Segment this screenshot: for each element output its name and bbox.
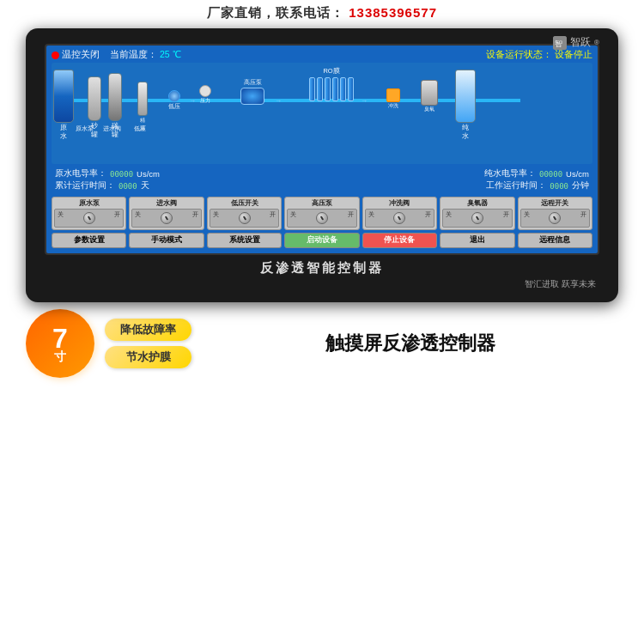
screen: 温控关闭 当前温度： 25 ℃ 设备运行状态： 设备停止 原水 — [45, 44, 599, 255]
knob-remote[interactable] — [549, 212, 561, 224]
brand-name: 智跃 — [570, 35, 591, 50]
data-rows: 原水电导率： 00000 Us/cm 纯水电导率： 00000 Us/cm 累计… — [52, 167, 592, 194]
product-title-area: 触摸屏反渗透控制器 — [202, 309, 618, 378]
btn-remote-info[interactable]: 远程信息 — [518, 233, 592, 248]
pressure-gauge: 压力 — [199, 85, 211, 105]
btn-rawpump[interactable]: 原水泵 关 开 — [52, 197, 126, 230]
knob-highpump[interactable] — [316, 212, 328, 224]
btn-system-settings[interactable]: 系统设置 — [207, 233, 282, 248]
phone-number: 13385396577 — [349, 5, 437, 20]
btn-ozone[interactable]: 臭氧器 关 开 — [440, 197, 514, 230]
size-unit: 寸 — [54, 349, 66, 365]
raw-conductivity: 原水电导率： 00000 Us/cm — [55, 168, 160, 179]
data-row-runtime: 累计运行时间： 0000 天 工作运行时间： 0000 分钟 — [55, 180, 589, 191]
btn-highpump[interactable]: 高压泵 关 开 — [284, 197, 359, 230]
registered-mark: ® — [594, 39, 599, 46]
temp-control: 温控关闭 — [52, 49, 100, 61]
btn-low-pressure[interactable]: 低压开关 关 开 — [207, 197, 282, 230]
btn-param-settings[interactable]: 参数设置 — [52, 233, 126, 248]
temp-control-label: 温控关闭 — [62, 49, 100, 61]
feature-tags: 降低故障率 节水护膜 — [105, 309, 191, 378]
status-bar: 温控关闭 当前温度： 25 ℃ 设备运行状态： 设备停止 — [52, 49, 592, 61]
banner-text: 厂家直销，联系电话： — [207, 5, 344, 20]
knob-flush[interactable] — [393, 212, 405, 224]
ozone-gen: 臭氧 — [421, 80, 438, 113]
product-title: 触摸屏反渗透控制器 — [325, 331, 495, 356]
cumulative-runtime: 累计运行时间： 0000 天 — [55, 180, 149, 191]
tank-rawwater: 原水 — [53, 70, 74, 141]
top-banner: 厂家直销，联系电话： 13385396577 — [0, 0, 644, 25]
ro-membrane: RO膜 — [309, 67, 354, 101]
btn-inlet-valve[interactable]: 进水阀 关 开 — [129, 197, 204, 230]
btn-stop-device[interactable]: 停止设备 — [362, 233, 437, 248]
feature-tag-2: 节水护膜 — [105, 346, 191, 368]
knob-ozone[interactable] — [471, 212, 483, 224]
device-status: 设备运行状态： 设备停止 — [486, 49, 592, 61]
btn-exit[interactable]: 退出 — [440, 233, 514, 248]
btn-remote-switch[interactable]: 远程开关 关 开 — [518, 197, 592, 230]
pump-low: 低压 — [168, 90, 180, 111]
brand-area: 智 智跃 ® — [553, 35, 599, 50]
knob-lowpressure[interactable] — [239, 212, 251, 224]
device-slogan: 智汇进取 跃享未来 — [45, 278, 599, 290]
control-buttons-row: 原水泵 关 开 进水阀 关 开 低压开关 关 — [52, 197, 592, 230]
label-rawpump: 原水泵 — [76, 125, 94, 133]
work-runtime: 工作运行时间： 0000 分钟 — [486, 180, 589, 191]
status-indicator — [52, 52, 59, 59]
func-buttons-row: 参数设置 手动模式 系统设置 启动设备 停止设备 退出 远程信息 — [52, 233, 592, 248]
device-outer: 智 智跃 ® 温控关闭 当前温度： 25 ℃ 设备运行状态： 设备停止 — [26, 28, 618, 302]
current-temp: 当前温度： 25 ℃ — [110, 49, 181, 61]
tank-purewater: 纯水 — [455, 70, 476, 141]
btn-manual-mode[interactable]: 手动模式 — [129, 233, 204, 248]
pure-conductivity: 纯水电导率： 00000 Us/cm — [484, 168, 589, 179]
label-filter-label: 低压 — [134, 125, 146, 133]
knob-rawpump[interactable] — [83, 212, 95, 224]
btn-flush-valve[interactable]: 冲洗阀 关 开 — [362, 197, 437, 230]
flow-arrow1: → — [189, 97, 196, 105]
brand-icon: 智 — [553, 36, 567, 50]
pump-high: 高压泵 — [240, 78, 264, 105]
data-row-conductivity: 原水电导率： 00000 Us/cm 纯水电导率： 00000 Us/cm — [55, 168, 589, 179]
process-diagram: 原水 砂罐 碳罐 精滤 低压 — [52, 63, 592, 164]
svg-text:智: 智 — [555, 39, 562, 48]
flow-arrow3: → — [361, 97, 368, 105]
flush-valve: 冲洗 — [386, 88, 400, 110]
label-inlet-valve: 进水阀 — [103, 125, 121, 133]
feature-tag-1: 降低故障率 — [105, 319, 191, 341]
knob-inlet[interactable] — [161, 212, 173, 224]
flow-arrow2: → — [275, 97, 282, 105]
btn-start-device[interactable]: 启动设备 — [284, 233, 359, 248]
marketing-section: 7 寸 降低故障率 节水护膜 触摸屏反渗透控制器 — [26, 309, 618, 378]
product-name-device: 反渗透智能控制器 — [45, 260, 599, 276]
size-badge: 7 寸 — [26, 309, 94, 378]
